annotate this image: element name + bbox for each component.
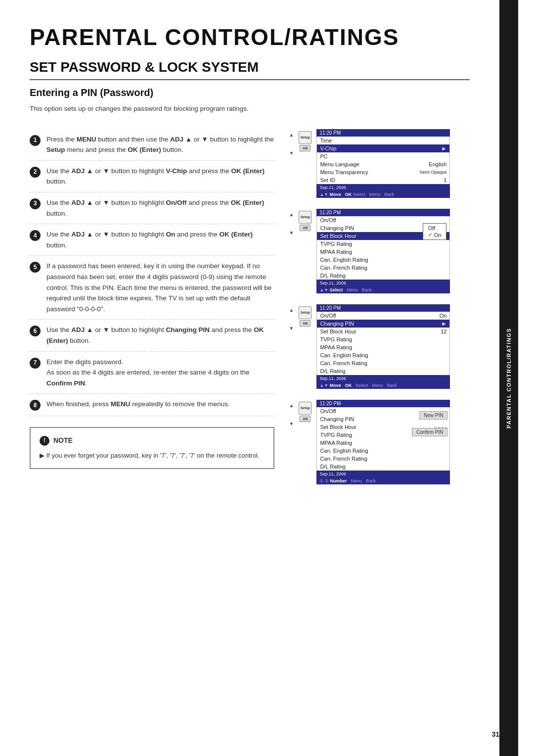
content-area: 1 Press the MENU button and then use the… [30,129,470,486]
tv-menu-time: Time [317,137,449,144]
tv-s3-blockhour: Set Block Hour12 [317,328,449,335]
tv-bottom-3: ▲▼ MoveOKSelectMenuBack [316,382,450,389]
tv-s2-popup: Off ✓On [423,223,447,240]
step-text-7: Enter the digits password. As soon as th… [46,357,274,389]
step-text-6: Use the ADJ ▲ or ▼ button to highlight C… [46,325,274,346]
tv-screen-container-3: 11:20 PM On/OffOn Changing PIN► Set Bloc… [316,304,450,389]
tv-s3-dl: D/L Rating [317,367,449,375]
step-text-2: Use the ADJ ▲ or ▼ button to highlight V… [46,166,274,187]
main-content: PARENTAL CONTROL/RATINGS SET PASSWORD & … [0,0,499,756]
step-number-5: 5 [30,262,41,273]
side-tab: PARENTAL CONTROL/RATINGS [499,0,518,756]
tv-time-2: 11:20 PM [319,210,341,215]
step-number-8: 8 [30,400,41,411]
tv-bottom-4: ① ① NumberMenuBack [316,477,450,484]
tv-bottom-2: ▲▼ SelectMenuBack [316,286,450,293]
step-number-2: 2 [30,167,41,178]
tv-s3-cafr: Can. French Rating [317,359,449,367]
page-container: PARENTAL CONTROL/RATINGS SET PASSWORD & … [0,0,534,756]
intro-text: This option sets up or changes the passw… [30,103,470,114]
popup-off: Off [428,225,442,232]
step-text-8: When finished, press MENU repeatedly to … [46,399,230,411]
tv-s3-chpin: Changing PIN► [317,320,449,328]
step-8: 8 When finished, press MENU repeatedly t… [30,394,274,416]
tv-screen-1: ▲ ▼ Setup AB 11:20 PM Time V-Chip► [289,129,470,198]
section-title: SET PASSWORD & LOCK SYSTEM [30,59,470,80]
tv-screen-4: ▲ ▼ Setup AB 11:20 PM On/Off Changing P [289,400,470,484]
note-box: ! NOTE ▶ If you ever forget your passwor… [30,427,274,469]
step-number-3: 3 [30,198,41,209]
tv-screen-2: ▲ ▼ Setup AB 11:20 PM On/Off Changing P [289,209,470,293]
tv-screen-container-1: 11:20 PM Time V-Chip► PC Menu LanguageEn… [316,129,450,198]
tv-screen-3: ▲ ▼ Setup AB 11:20 PM On/OffOn Changing [289,304,470,389]
tv-s4-dl: D/L Rating [317,463,449,471]
tv-menu-lang: Menu LanguageEnglish [317,160,449,168]
tv-time-4: 11:20 PM [319,401,341,406]
tv-confirm-pin-label: Confirm PIN [412,428,447,436]
tv-s4-cafr: Can. French Rating [317,455,449,463]
tv-status-bar-3: 11:20 PM [316,304,450,312]
tv-status-bar-1: 11:20 PM [316,129,450,137]
tv-status-bar-2: 11:20 PM [316,209,450,216]
tv-s4-mpaa: MPAA Rating [317,439,449,447]
tv-s3-onoff: On/OffOn [317,312,449,320]
tv-status-bar-4: 11:20 PM [316,400,450,407]
note-text: ▶ If you ever forget your password, key … [40,450,265,461]
tv-date-2: Sep.11, 2006 [316,280,450,286]
tv-s4-caen: Can. English Rating [317,447,449,455]
tv-menu-trans: Menu TransparencySemi Opaque [317,168,449,176]
right-col: ▲ ▼ Setup AB 11:20 PM Time V-Chip► [289,129,470,486]
tv-menu-pc: PC [317,152,449,160]
tv-s3-tvpg: TVPG Rating [317,335,449,343]
popup-on: ✓On [428,232,442,238]
tv-s3-caen: Can. English Rating [317,351,449,359]
page-number: 31 [491,730,499,738]
step-2: 2 Use the ADJ ▲ or ▼ button to highlight… [30,161,274,192]
step-text-3: Use the ADJ ▲ or ▼ button to highlight O… [46,197,274,219]
note-icon: ! [40,436,49,446]
step-6: 6 Use the ADJ ▲ or ▼ button to highlight… [30,320,274,351]
tv-s3-mpaa: MPAA Rating [317,343,449,351]
tv-s2-dl: D/L Rating [317,272,449,280]
step-text-4: Use the ADJ ▲ or ▼ button to highlight O… [46,229,274,250]
tv-time-3: 11:20 PM [319,305,341,311]
page-title: PARENTAL CONTROL/RATINGS [30,24,470,50]
tv-new-pin-label: New PIN [419,411,447,420]
note-title: NOTE [53,435,73,446]
tv-s2-caen: Can. English Rating [317,256,449,264]
left-col: 1 Press the MENU button and then use the… [30,129,274,486]
step-1: 1 Press the MENU button and then use the… [30,129,274,161]
tv-screen-container-2: 11:20 PM On/Off Changing PIN Set Block H… [316,209,450,293]
tv-s2-mpaa: MPAA Rating [317,248,449,256]
step-number-6: 6 [30,326,41,336]
step-number-4: 4 [30,230,41,241]
subsection-title: Entering a PIN (Password) [30,87,470,98]
step-number-1: 1 [30,135,41,146]
tv-s2-cafr: Can. French Rating [317,264,449,272]
step-4: 4 Use the ADJ ▲ or ▼ button to highlight… [30,224,274,256]
step-number-7: 7 [30,358,41,369]
tv-s2-tvpg: TVPG Rating [317,240,449,248]
tv-bottom-1: ▲▼ MoveOK SelectMenuBack [316,191,450,198]
tv-date-3: Sep.11, 2006 [316,375,450,382]
tv-time-1: 11:20 PM [319,130,341,136]
tv-date-1: Sep.11, 2006 [316,184,450,191]
step-3: 3 Use the ADJ ▲ or ▼ button to highlight… [30,192,274,224]
step-text-1: Press the MENU button and then use the A… [46,134,274,155]
step-text-5: If a password has been entered, key it i… [46,261,274,314]
tv-menu-vchip: V-Chip► [317,144,449,152]
note-header: ! NOTE [40,435,265,446]
tv-date-4: Sep.11, 2006 [316,471,450,477]
step-7: 7 Enter the digits password. As soon as … [30,352,274,394]
tv-screen-container-4: 11:20 PM On/Off Changing PIN Set Block H… [316,400,450,484]
tv-menu-setid: Set ID1 [317,176,449,184]
step-5: 5 If a password has been entered, key it… [30,256,274,320]
